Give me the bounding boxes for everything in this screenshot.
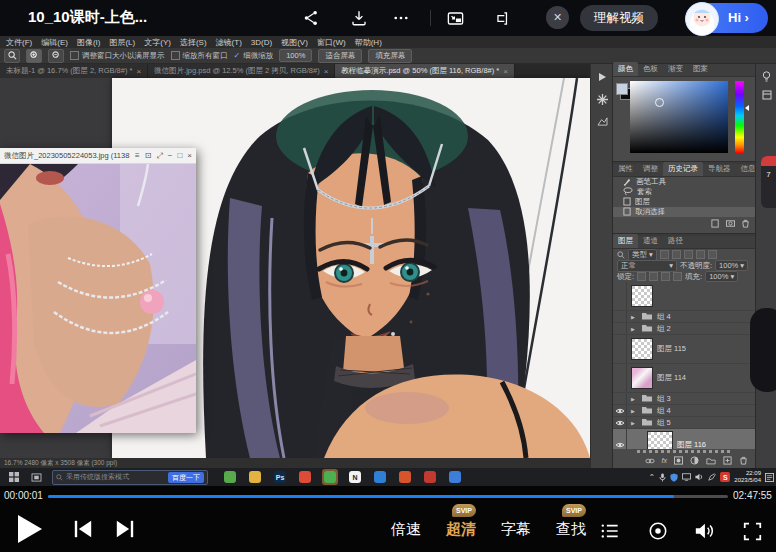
playlist-icon[interactable] — [598, 519, 622, 543]
reference-window-titlebar[interactable]: 微信图片_20230505224053.jpg (1138×1518... ≡ … — [0, 148, 196, 164]
visibility-toggle[interactable] — [613, 282, 627, 310]
history-state[interactable]: 图层 — [613, 197, 756, 207]
ref-expand-icon[interactable]: ⤢ — [156, 151, 162, 161]
ps-menu-item[interactable]: 3D(D) — [251, 38, 272, 47]
layer-group-row[interactable]: ▶组 4 — [613, 405, 756, 417]
filter-smartobject-icon[interactable] — [708, 250, 717, 259]
notification-icon[interactable] — [765, 473, 774, 482]
lock-all-icon[interactable] — [673, 272, 682, 281]
layers-panel-tab[interactable]: 路径 — [663, 234, 688, 248]
taskbar-search-box[interactable]: 采用传统版搜索模式 百度一下 — [52, 470, 208, 485]
layer-group-row[interactable]: ▶组 3 — [613, 393, 756, 405]
side-promo-badge[interactable]: 7 — [761, 156, 776, 208]
microphone-icon[interactable] — [659, 473, 666, 482]
blend-mode-select[interactable]: 正常▾ — [617, 260, 677, 272]
doc-tab-close-icon[interactable]: × — [503, 67, 508, 76]
layer-group-row[interactable]: ▶组 5 — [613, 417, 756, 429]
filter-shape-icon[interactable] — [696, 250, 705, 259]
ps-menu-item[interactable]: 帮助(H) — [355, 37, 382, 48]
input-method-icon[interactable]: S — [720, 472, 730, 482]
zoom-in-icon[interactable] — [26, 49, 42, 63]
filter-type-select[interactable]: 类型▾ — [628, 249, 657, 261]
zoom-out-icon[interactable] — [48, 49, 64, 63]
filter-type-icon[interactable] — [684, 250, 693, 259]
filter-pixel-icon[interactable] — [660, 250, 669, 259]
assistant-hi-button[interactable]: Hi › — [686, 3, 768, 33]
baidu-search-button[interactable]: 百度一下 — [168, 472, 204, 483]
group-caret-icon[interactable]: ▶ — [631, 314, 637, 320]
share-icon[interactable] — [300, 7, 322, 29]
new-snapshot-icon[interactable] — [726, 219, 735, 228]
history-state[interactable]: 取消选择 — [613, 207, 756, 217]
more-icon[interactable] — [390, 7, 412, 29]
opacity-select[interactable]: 100%▾ — [715, 260, 748, 271]
ref-close-icon[interactable]: × — [187, 151, 192, 160]
progress-bar[interactable] — [48, 495, 728, 498]
visibility-toggle[interactable] — [613, 311, 627, 322]
fill-screen-button[interactable]: 填充屏幕 — [368, 49, 412, 63]
history-panel-tab[interactable]: 属性 — [613, 162, 638, 176]
layers-panel-tab[interactable]: 图层 — [613, 234, 638, 248]
layer-effects-icon[interactable]: fx — [662, 457, 667, 464]
adjustment-layer-icon[interactable] — [690, 456, 699, 465]
ps-menu-item[interactable]: 文字(Y) — [144, 37, 171, 48]
task-view-icon[interactable] — [28, 470, 44, 484]
download-icon[interactable] — [348, 7, 370, 29]
subtitles-button[interactable]: 字幕 — [501, 520, 531, 539]
layers-panel-tab[interactable]: 通道 — [638, 234, 663, 248]
color-cursor[interactable] — [655, 98, 664, 107]
ps-document-tab[interactable]: 微信图片.jpg.psd @ 12.5% (图层 2 拷贝, RGB/8#)× — [148, 64, 335, 78]
new-doc-from-state-icon[interactable] — [711, 219, 720, 228]
fit-screen-button[interactable]: 适合屏幕 — [318, 49, 362, 63]
taskbar-app-icon-notion[interactable]: N — [347, 469, 363, 485]
volume-tray-icon[interactable] — [695, 473, 704, 481]
ref-view-icon[interactable]: ⊡ — [145, 151, 152, 160]
ref-minimize-icon[interactable]: − — [168, 151, 173, 160]
lock-position-icon[interactable] — [661, 272, 670, 281]
visibility-toggle[interactable] — [613, 429, 627, 449]
taskbar-app-icon-photoshop[interactable]: Ps — [272, 469, 288, 485]
filter-adjustment-icon[interactable] — [672, 250, 681, 259]
floating-widget[interactable] — [750, 308, 776, 392]
resize-windows-checkbox[interactable]: 调整窗口大小以满屏显示 — [70, 51, 165, 61]
ref-maximize-icon[interactable]: □ — [177, 151, 182, 160]
visibility-toggle[interactable] — [613, 393, 627, 404]
layer-row[interactable] — [613, 282, 756, 311]
doc-tab-close-icon[interactable]: × — [324, 67, 329, 76]
start-button-icon[interactable] — [6, 470, 22, 484]
zoom-all-windows-checkbox[interactable]: 缩放所有窗口 — [171, 51, 228, 61]
display-icon[interactable] — [682, 473, 691, 481]
quality-button[interactable]: 超清 — [446, 520, 476, 539]
close-icon[interactable]: ✕ — [546, 6, 569, 29]
layer-thumbnail[interactable] — [631, 367, 653, 389]
color-panel-tab[interactable]: 渐变 — [663, 62, 688, 76]
actions-panel-icon[interactable] — [595, 70, 609, 84]
visibility-toggle[interactable] — [613, 335, 627, 363]
color-panel-tab[interactable]: 颜色 — [613, 62, 638, 76]
group-caret-icon[interactable]: ▶ — [631, 326, 637, 332]
ps-menu-item[interactable]: 图像(I) — [77, 37, 101, 48]
history-state[interactable]: 套索 — [613, 187, 756, 197]
ps-menu-item[interactable]: 窗口(W) — [317, 37, 346, 48]
shield-icon[interactable] — [670, 473, 678, 482]
layer-thumbnail[interactable] — [647, 431, 673, 449]
visibility-toggle[interactable] — [613, 417, 627, 428]
mini-player-icon[interactable] — [490, 7, 512, 29]
doc-tab-close-icon[interactable]: × — [136, 67, 141, 76]
new-layer-icon[interactable] — [723, 456, 732, 465]
delete-layer-icon[interactable] — [739, 456, 748, 465]
picture-in-picture-icon[interactable] — [444, 7, 466, 29]
layer-thumbnail[interactable] — [631, 338, 653, 360]
play-button[interactable] — [18, 515, 42, 543]
settings-circle-icon[interactable] — [646, 519, 670, 543]
volume-icon[interactable] — [692, 519, 716, 543]
taskbar-app-icon-folder[interactable] — [247, 469, 263, 485]
lock-pixels-icon[interactable] — [649, 272, 658, 281]
fill-select[interactable]: 100%▾ — [705, 271, 738, 282]
history-state[interactable]: 画笔工具 — [613, 177, 756, 187]
brush-settings-icon[interactable] — [595, 92, 609, 106]
speed-button[interactable]: 倍速 — [391, 520, 421, 539]
previous-button[interactable] — [72, 519, 94, 543]
foreground-swatch[interactable] — [616, 83, 628, 95]
taskbar-app-icon-browser-green[interactable] — [222, 469, 238, 485]
